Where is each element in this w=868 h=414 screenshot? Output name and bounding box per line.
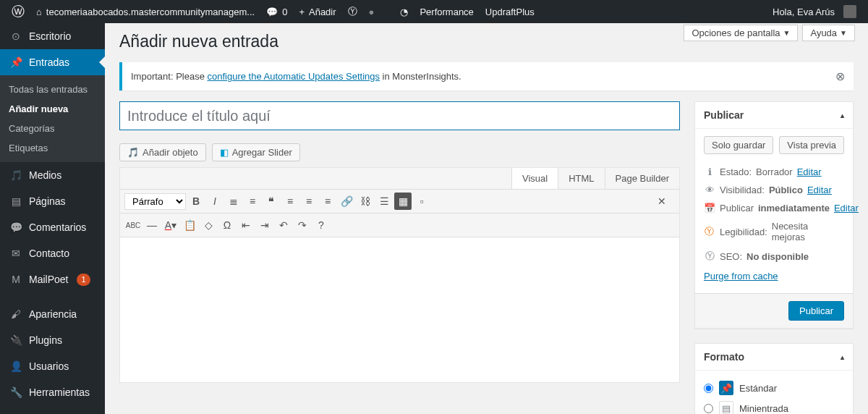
italic-button[interactable]: I — [206, 193, 224, 210]
toolbar-toggle-button[interactable]: ▦ — [394, 193, 412, 210]
format-standard[interactable]: 📌Estándar — [704, 378, 844, 398]
avatar — [843, 5, 856, 18]
menu-comments[interactable]: 💬Comentarios — [0, 214, 105, 240]
align-left-button[interactable]: ≡ — [281, 193, 299, 210]
editor-toolbar-row2: ABC — A ▾ 📋 ◇ Ω ⇤ ⇥ ↶ ↷ ? — [120, 214, 679, 237]
brush-icon: 🖌 — [9, 307, 23, 321]
add-slider-button[interactable]: ◧Agregar Slider — [212, 143, 300, 161]
indent-button[interactable]: ⇥ — [256, 216, 273, 234]
mailpoet-icon: M — [9, 272, 23, 287]
strikethrough-button[interactable]: ABC — [124, 216, 142, 234]
bullet-list-button[interactable]: ≣ — [225, 193, 242, 210]
site-name-link[interactable]: ⌂tecomeriaabocados.mastercommunitymanage… — [30, 0, 260, 23]
menu-plugins[interactable]: 🔌Plugins — [0, 327, 105, 353]
editor-toolbar-row1: Párrafo B I ≣ ≡ ❝ ≡ ≡ ≡ 🔗 ⛓ ☰ ▦ ▫ — [120, 190, 679, 214]
mailpoet-badge: 1 — [77, 274, 90, 286]
clear-format-button[interactable]: ◇ — [200, 216, 217, 234]
blockquote-button[interactable]: ❝ — [263, 193, 280, 210]
eye-icon: 👁 — [704, 185, 715, 195]
tab-page-builder[interactable]: Page Builder — [605, 168, 679, 189]
menu-media[interactable]: 🎵Medios — [0, 162, 105, 188]
submenu-add-new[interactable]: Añadir nueva — [0, 99, 105, 119]
help-button[interactable]: Ayuda▼ — [802, 25, 855, 41]
media-icon: 🎵 — [127, 147, 139, 158]
more-button[interactable]: ☰ — [375, 193, 393, 210]
publish-button[interactable]: Publicar — [788, 301, 844, 321]
key-icon: ℹ — [704, 166, 715, 177]
main-content: Opciones de pantalla▼ Ayuda▼ Añadir nuev… — [105, 23, 868, 414]
comments-link[interactable]: 💬0 — [260, 0, 293, 23]
edit-status-link[interactable]: Editar — [797, 166, 822, 177]
redo-button[interactable]: ↷ — [294, 216, 311, 234]
purge-cache-link[interactable]: Purge from cache — [704, 266, 778, 286]
menu-contact[interactable]: ✉Contacto — [0, 240, 105, 266]
text-color-button[interactable]: A ▾ — [162, 216, 179, 234]
notice-link[interactable]: configure the Automatic Updates Settings — [208, 71, 380, 82]
submenu-tags[interactable]: Etiquetas — [0, 138, 105, 158]
tab-visual[interactable]: Visual — [511, 168, 558, 189]
bold-button[interactable]: B — [187, 193, 205, 210]
edit-schedule-link[interactable]: Editar — [834, 203, 859, 214]
publish-box: Publicar▴ Solo guardar Vista previa ℹEst… — [694, 101, 854, 329]
unlink-button[interactable]: ⛓ — [357, 193, 374, 210]
menu-tools[interactable]: 🔧Herramientas — [0, 379, 105, 405]
editor-textarea[interactable] — [120, 237, 679, 382]
menu-mailpoet[interactable]: MMailPoet1 — [0, 266, 105, 292]
outdent-button[interactable]: ⇤ — [237, 216, 255, 234]
help-icon-button[interactable]: ? — [312, 216, 330, 234]
submenu-categories[interactable]: Categorías — [0, 119, 105, 138]
paste-text-button[interactable]: 📋 — [181, 216, 198, 234]
add-media-button[interactable]: 🎵Añadir objeto — [119, 143, 206, 161]
format-aside[interactable]: ▤Minientrada — [704, 398, 844, 414]
menu-dashboard[interactable]: ⊙Escritorio — [0, 23, 105, 49]
format-select[interactable]: Párrafo — [124, 193, 186, 210]
new-content-link[interactable]: +Añadir — [293, 0, 341, 23]
dot-icon[interactable]: ● — [363, 0, 380, 23]
performance-link[interactable]: Performance — [414, 0, 479, 23]
link-button[interactable]: 🔗 — [338, 193, 355, 210]
tab-html[interactable]: HTML — [558, 168, 604, 189]
edit-visibility-link[interactable]: Editar — [807, 185, 832, 195]
pin-icon: 📌 — [719, 381, 733, 395]
notice-text: Important: Please configure the Automati… — [131, 71, 461, 82]
post-title-input[interactable] — [119, 101, 680, 130]
page-icon: ▤ — [9, 194, 23, 208]
admin-toolbar: ⓦ ⌂tecomeriaabocados.mastercommunitymana… — [0, 0, 868, 23]
submenu-all-posts[interactable]: Todas las entradas — [0, 80, 105, 99]
special-char-button[interactable]: Ω — [218, 216, 236, 234]
gauge-icon[interactable]: ◔ — [394, 0, 414, 23]
menu-pages[interactable]: ▤Páginas — [0, 188, 105, 214]
updraft-link[interactable]: UpdraftPlus — [480, 0, 540, 23]
dashboard-icon: ⊙ — [9, 29, 23, 43]
pin-icon: 📌 — [9, 55, 23, 69]
yoast-icon[interactable]: Ⓨ — [342, 0, 363, 23]
menu-posts[interactable]: 📌Entradas — [0, 49, 105, 75]
number-list-button[interactable]: ≡ — [244, 193, 261, 210]
menu-users[interactable]: 👤Usuarios — [0, 353, 105, 379]
screen-options-button[interactable]: Opciones de pantalla▼ — [684, 25, 798, 41]
aside-icon: ▤ — [719, 401, 733, 414]
dismiss-icon[interactable]: ⊗ — [835, 69, 845, 83]
admin-sidebar: ⊙Escritorio 📌Entradas Todas las entradas… — [0, 23, 105, 414]
align-center-button[interactable]: ≡ — [300, 193, 318, 210]
wp-logo[interactable]: ⓦ — [6, 0, 30, 23]
align-right-button[interactable]: ≡ — [319, 193, 336, 210]
publish-header[interactable]: Publicar▴ — [695, 102, 853, 129]
chevron-up-icon: ▴ — [841, 111, 844, 119]
yoast-seo-icon: Ⓨ — [704, 250, 715, 263]
menu-settings[interactable]: ⚙Ajustes — [0, 405, 105, 414]
format-radio-aside[interactable] — [704, 404, 713, 413]
fullscreen-button[interactable]: ✕ — [653, 193, 671, 210]
format-radio-standard[interactable] — [704, 384, 713, 393]
tinymce-button[interactable]: ▫ — [413, 193, 430, 210]
preview-button[interactable]: Vista previa — [779, 136, 844, 154]
format-header[interactable]: Formato▴ — [695, 344, 853, 371]
undo-button[interactable]: ↶ — [275, 216, 292, 234]
menu-appearance[interactable]: 🖌Apariencia — [0, 301, 105, 327]
monsterinsights-notice: Important: Please configure the Automati… — [119, 62, 854, 90]
save-draft-button[interactable]: Solo guardar — [704, 136, 773, 154]
user-greeting[interactable]: Hola, Eva Arús — [767, 0, 862, 23]
media-icon: 🎵 — [9, 168, 23, 182]
mail-icon: ✉ — [9, 246, 23, 261]
hr-button[interactable]: — — [143, 216, 161, 234]
